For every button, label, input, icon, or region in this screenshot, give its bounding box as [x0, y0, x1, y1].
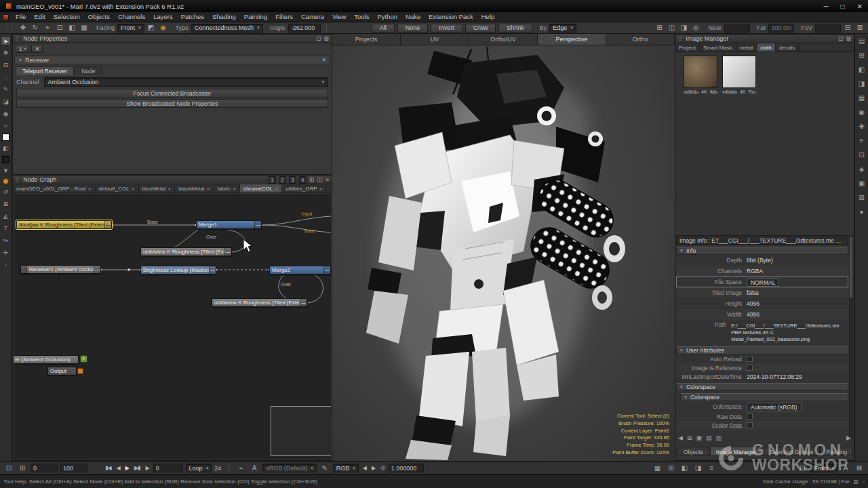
menu-nuke[interactable]: Nuke [401, 12, 425, 22]
import-image-icon[interactable]: ▣ [696, 434, 702, 441]
tab-selection-groups[interactable]: Selection Groups [763, 447, 819, 456]
gain-step-forward-icon[interactable]: ▶ [370, 465, 376, 471]
shelf-add-icon[interactable]: ✚ [856, 122, 867, 131]
shelf-patches-icon[interactable]: ▦ [856, 94, 867, 103]
grid-view-icon[interactable]: ⊞ [654, 23, 665, 33]
shelf-lights-icon[interactable]: ◨ [856, 79, 867, 89]
layout-left-icon[interactable]: ◧ [679, 464, 690, 473]
menu-python[interactable]: Python [373, 12, 401, 22]
tab-uv[interactable]: UV [401, 34, 469, 45]
snapshot-icon[interactable]: ⊟ [842, 23, 853, 33]
thumbnail-albedo[interactable]: vdbldju_4K_Albedo.j [684, 56, 717, 94]
menu-camera[interactable]: Camera [297, 12, 328, 22]
warp-tool-icon[interactable]: ⊞ [1, 199, 11, 209]
snap-icon[interactable]: ⊞ [309, 176, 315, 184]
colorspace-select[interactable]: Automatic (sRGB) [747, 403, 802, 411]
vector-tool-icon[interactable]: ↺ [1, 187, 11, 197]
menu-help[interactable]: Help [477, 12, 499, 22]
type-select[interactable]: Connectedness Mesh▾ [191, 24, 263, 33]
gain-reset-icon[interactable]: ↺ [379, 465, 386, 471]
menu-filters[interactable]: Filters [271, 12, 297, 22]
skip-to-end-icon[interactable]: ▶ [144, 465, 150, 471]
shelf-channels-icon[interactable]: ⊞ [856, 51, 867, 60]
target-tool-icon[interactable]: ⌖ [42, 23, 53, 33]
layout-split-icon[interactable]: ⊞ [665, 464, 676, 473]
close-icon[interactable]: ✕ [321, 57, 326, 63]
select-none-button[interactable]: None [397, 24, 429, 33]
node-roughness3[interactable]: ubiblview K Roughness [Tiled (Extended)]… [212, 298, 307, 307]
node-receiver1[interactable]: Receiver1 (Ambient Occlusion)— [20, 265, 101, 274]
shelf-snapshot-icon[interactable]: ⊡ [856, 150, 867, 160]
user-attributes-header[interactable]: ▼ User Attributes [676, 346, 848, 354]
marquee-select-icon[interactable]: ⊡ [1, 60, 11, 70]
node-merge1[interactable]: Merge1— [196, 220, 262, 229]
colorspace-outer-header[interactable]: ▼ Colorspace [676, 383, 848, 391]
menu-objects[interactable]: Objects [84, 12, 114, 22]
clear-properties-icon[interactable]: ✕ [31, 45, 43, 53]
pencil-icon[interactable]: ✎ [319, 464, 330, 473]
shelf-shading-icon[interactable]: ◧ [856, 65, 867, 75]
menu-channels[interactable]: Channels [114, 12, 149, 22]
minimize-icon[interactable]: ─ [823, 3, 828, 10]
loop-mode-select[interactable]: Loop▾ [186, 464, 212, 472]
audio-sync-icon[interactable]: ⌁ [235, 464, 246, 473]
shading-view-icon[interactable]: ◨ [678, 23, 689, 33]
active-mode-icon[interactable]: ◉ [158, 23, 169, 33]
tab-teleport-receiver[interactable]: Teleport Receiver [16, 66, 74, 75]
marquee-tool-icon[interactable]: ⊡ [54, 23, 65, 33]
tab-decals[interactable]: decals [776, 43, 799, 52]
node-graph-header[interactable]: ⣿ Node Graph 1 2 3 4 ⊞ ◫ ≡ [13, 176, 332, 184]
show-broadcasted-properties-button[interactable]: Show Broadcasted Node Properties [16, 99, 328, 108]
auto-reload-checkbox[interactable] [747, 356, 753, 362]
tab-cloth[interactable]: cloth [757, 43, 776, 52]
step-back-icon[interactable]: ◀ [115, 465, 121, 471]
select-shrink-button[interactable]: Shrink [498, 24, 532, 33]
camera-facing-select[interactable]: Front▾ [810, 464, 837, 472]
viewport-canvas[interactable]: Current Tool: Select (0) Brush Pressure:… [332, 45, 675, 461]
lasso-tool-icon[interactable]: ◌ [1, 73, 11, 82]
shelf-history-icon[interactable]: ◈ [856, 165, 867, 174]
tab-image-manager[interactable]: Image Manager [710, 447, 763, 456]
node-roughness2[interactable]: ubiblview K Roughness [Tiled (Extended)]… [140, 247, 232, 256]
tab-smart-mask[interactable]: Smart Mask [700, 43, 736, 52]
node-graph-canvas[interactable]: tkkafjaw K Roughness [Tiled (Extended)]—… [14, 194, 331, 460]
camera-view-icon[interactable]: ◫ [666, 23, 677, 33]
scalar-data-checkbox[interactable] [747, 422, 753, 428]
shelf-python-icon[interactable]: ▣ [856, 179, 867, 188]
node-merge2[interactable]: Merge2— [269, 266, 331, 274]
graph-tab-default-col[interactable]: default_COL✕ [96, 184, 139, 192]
info-row-filespace[interactable]: File SpaceNORMAL [676, 277, 848, 287]
current-frame-input[interactable] [153, 464, 183, 472]
shelf-colors-icon[interactable]: ◉ [856, 108, 867, 117]
select-tool-icon[interactable]: ➤ [1, 36, 11, 45]
menu-shading[interactable]: Shading [208, 12, 240, 22]
display-channel-select[interactable]: RGB▾ [333, 464, 359, 472]
select-grow-button[interactable]: Grow [465, 24, 496, 33]
background-color-swatch[interactable] [2, 156, 9, 163]
image-manager-header[interactable]: ⣿ Image Manager ⊡ ⊠ [675, 35, 854, 43]
tab-ortho-uv[interactable]: Ortho/UV [469, 34, 538, 45]
pan-tool-icon[interactable]: ✥ [18, 23, 28, 33]
info-section-header[interactable]: ▼ Info [676, 247, 848, 255]
panel-close-icon[interactable]: ⊠ [846, 35, 851, 42]
skip-to-start-icon[interactable]: ▮◀ [104, 465, 113, 471]
new-folder-icon[interactable]: ⊞ [687, 434, 692, 441]
node-output[interactable]: Output [47, 367, 77, 375]
step-forward-icon[interactable]: ▶▮ [133, 465, 142, 471]
select-all-button[interactable]: All [372, 24, 395, 33]
receiver-section-header[interactable]: ▼ Receiver ✕ [14, 56, 330, 64]
image-reference-checkbox[interactable] [747, 365, 753, 371]
gain-value-input[interactable] [389, 464, 424, 472]
roughness-thumbnail-image[interactable] [722, 56, 756, 88]
shelf-layers-icon[interactable]: ▤ [856, 37, 867, 46]
node-broadcaster-partial[interactable]: er (Ambient Occlusion) [14, 355, 79, 364]
slice-tool-icon[interactable]: ◭ [1, 211, 11, 221]
text-tool-icon[interactable]: T [1, 224, 11, 233]
node-properties-header[interactable]: ⣿ Node Properties ⊡ ⊠ [13, 35, 332, 43]
play-icon[interactable]: ▶ [124, 465, 130, 471]
paint-brush-icon[interactable]: ✎ [1, 85, 11, 94]
scroll-left-icon[interactable]: ◀ [678, 434, 683, 441]
graph-tab-blackmetal[interactable]: blackMetal✕ [175, 184, 214, 192]
scroll-right-icon[interactable]: ▶ [846, 434, 851, 441]
maximize-icon[interactable]: □ [841, 3, 845, 10]
